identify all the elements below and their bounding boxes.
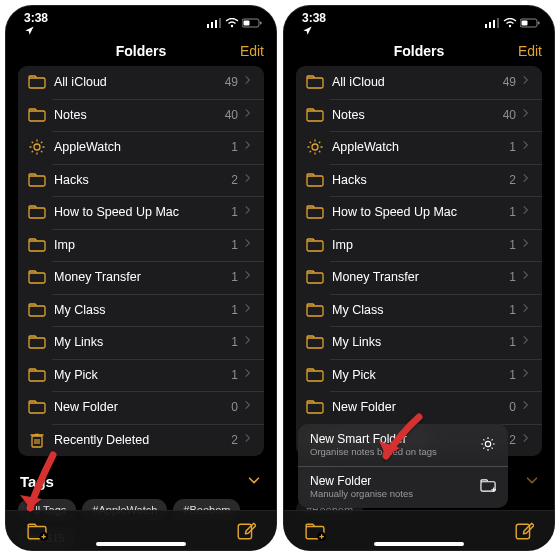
tags-header[interactable]: Tags (6, 456, 276, 499)
folder-name: New Folder (332, 400, 509, 414)
folder-row[interactable]: Hacks2 (296, 164, 542, 197)
folder-icon (306, 236, 324, 254)
location-icon (302, 25, 313, 36)
folder-name: Notes (332, 108, 503, 122)
folder-count: 2 (509, 173, 516, 187)
folder-row[interactable]: How to Speed Up Mac1 (18, 196, 264, 229)
folder-row[interactable]: My Pick1 (18, 359, 264, 392)
menu-new-folder[interactable]: New Folder Manually organise notes (298, 466, 508, 508)
status-right (485, 18, 540, 28)
folder-row[interactable]: Notes40 (296, 99, 542, 132)
folder-name: Imp (332, 238, 509, 252)
folder-row[interactable]: Money Transfer1 (18, 261, 264, 294)
svg-rect-24 (211, 22, 213, 28)
folder-row[interactable]: Imp1 (296, 229, 542, 262)
folder-icon (28, 106, 46, 124)
folder-icon (306, 333, 324, 351)
folder-name: My Pick (332, 368, 509, 382)
folder-row[interactable]: AppleWatch1 (296, 131, 542, 164)
folder-row[interactable]: New Folder0 (296, 391, 542, 424)
gear-icon (480, 436, 496, 455)
chevron-right-icon (242, 203, 254, 221)
gear-icon (306, 138, 324, 156)
folder-name: Hacks (54, 173, 231, 187)
folder-row[interactable]: Money Transfer1 (296, 261, 542, 294)
svg-rect-23 (207, 24, 209, 28)
folder-list: All iCloud49Notes40AppleWatch1Hacks2How … (296, 66, 542, 456)
new-folder-button[interactable] (304, 521, 324, 541)
svg-rect-37 (522, 21, 528, 26)
folder-row[interactable]: Hacks2 (18, 164, 264, 197)
screenshot-left: 3:38 Folders Edit All iCloud49Notes40App… (6, 6, 276, 550)
chevron-right-icon (520, 106, 532, 124)
menu-item-title: New Folder (310, 474, 413, 488)
folder-name: Money Transfer (54, 270, 231, 284)
signal-icon (207, 18, 222, 28)
chevron-right-icon (242, 138, 254, 156)
folder-plus-icon (480, 477, 496, 497)
folder-count: 1 (509, 270, 516, 284)
status-time: 3:38 (24, 11, 48, 25)
folder-row[interactable]: AppleWatch1 (18, 131, 264, 164)
new-folder-button[interactable] (26, 521, 46, 541)
folder-icon (306, 268, 324, 286)
folder-row[interactable]: My Class1 (18, 294, 264, 327)
folder-row[interactable]: All iCloud49 (296, 66, 542, 99)
svg-point-27 (231, 25, 233, 27)
status-bar: 3:38 (6, 6, 276, 34)
svg-rect-25 (215, 20, 217, 28)
folder-name: My Links (54, 335, 231, 349)
battery-icon (520, 18, 540, 28)
folder-count: 1 (231, 238, 238, 252)
folder-row[interactable]: My Pick1 (296, 359, 542, 392)
chevron-right-icon (242, 301, 254, 319)
page-title: Folders (116, 43, 167, 59)
gear-icon (28, 138, 46, 156)
folder-icon (306, 398, 324, 416)
folder-count: 1 (231, 205, 238, 219)
folder-name: My Links (332, 335, 509, 349)
chevron-right-icon (520, 366, 532, 384)
menu-new-smart-folder[interactable]: New Smart Folder Organise notes based on… (298, 424, 508, 466)
chevron-right-icon (242, 236, 254, 254)
folder-row[interactable]: My Links1 (18, 326, 264, 359)
wifi-icon (225, 18, 239, 28)
svg-rect-29 (244, 21, 250, 26)
folder-count: 49 (225, 75, 238, 89)
edit-button[interactable]: Edit (240, 43, 264, 59)
folder-icon (28, 268, 46, 286)
folder-count: 0 (509, 400, 516, 414)
chevron-right-icon (242, 366, 254, 384)
folder-icon (306, 301, 324, 319)
compose-button[interactable] (236, 521, 256, 541)
folder-name: Hacks (332, 173, 509, 187)
folder-name: Imp (54, 238, 231, 252)
new-folder-context-menu: New Smart Folder Organise notes based on… (298, 424, 508, 508)
edit-button[interactable]: Edit (518, 43, 542, 59)
folder-count: 1 (231, 140, 238, 154)
folder-icon (28, 203, 46, 221)
status-right (207, 18, 262, 28)
folder-icon (28, 171, 46, 189)
folder-count: 1 (231, 335, 238, 349)
folder-count: 2 (231, 173, 238, 187)
folder-row[interactable]: My Links1 (296, 326, 542, 359)
folder-row[interactable]: How to Speed Up Mac1 (296, 196, 542, 229)
svg-rect-33 (493, 20, 495, 28)
svg-point-35 (509, 25, 511, 27)
folder-row[interactable]: All iCloud49 (18, 66, 264, 99)
tags-title: Tags (20, 473, 54, 490)
folder-row[interactable]: New Folder0 (18, 391, 264, 424)
folder-count: 1 (509, 335, 516, 349)
folder-row[interactable]: Recently Deleted2 (18, 424, 264, 457)
folder-name: AppleWatch (54, 140, 231, 154)
folder-icon (28, 398, 46, 416)
folder-row[interactable]: My Class1 (296, 294, 542, 327)
home-indicator (374, 542, 464, 546)
folder-name: How to Speed Up Mac (54, 205, 231, 219)
folder-row[interactable]: Imp1 (18, 229, 264, 262)
folder-row[interactable]: Notes40 (18, 99, 264, 132)
chevron-right-icon (242, 431, 254, 449)
compose-button[interactable] (514, 521, 534, 541)
svg-rect-38 (538, 22, 540, 25)
